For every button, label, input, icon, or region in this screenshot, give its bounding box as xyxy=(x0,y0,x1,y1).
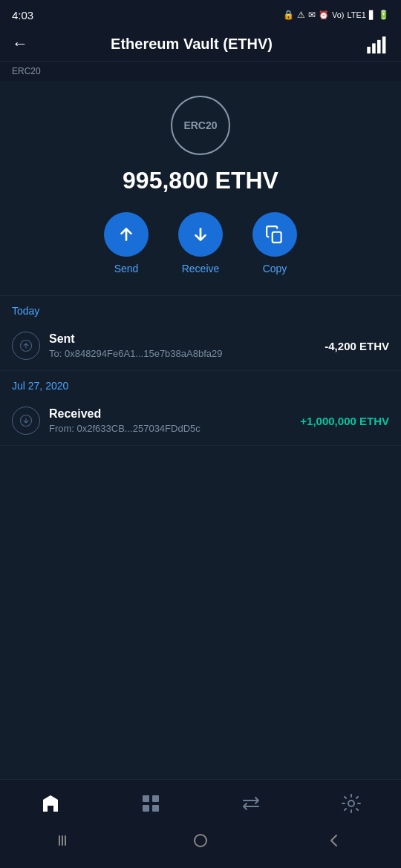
copy-button-container[interactable]: Copy xyxy=(252,212,297,274)
sent-amount: -4,200 ETHV xyxy=(325,340,389,352)
recent-apps-button[interactable] xyxy=(43,831,91,854)
svg-rect-7 xyxy=(143,795,149,802)
back-sys-button[interactable] xyxy=(310,829,358,856)
received-address: From: 0x2f633CB...257034FDdD5c xyxy=(49,423,300,434)
action-buttons: Send Receive Copy xyxy=(104,212,297,274)
sent-details: Sent To: 0x848294Fe6A1...15e7b38aA8bfa29 xyxy=(49,332,325,359)
sent-icon xyxy=(12,332,40,360)
svg-rect-3 xyxy=(382,36,386,53)
svg-rect-10 xyxy=(152,805,159,812)
sent-title: Sent xyxy=(49,332,325,346)
date-group-jul: Jul 27, 2020 xyxy=(0,371,401,396)
battery-icon: 🔋 xyxy=(378,10,389,20)
alert-icon: ⚠ xyxy=(297,10,305,20)
system-nav xyxy=(0,821,401,864)
transaction-sent[interactable]: Sent To: 0x848294Fe6A1...15e7b38aA8bfa29… xyxy=(0,321,401,371)
erc20-tag: ERC20 xyxy=(0,62,401,81)
copy-label: Copy xyxy=(263,263,287,274)
send-button-container[interactable]: Send xyxy=(104,212,149,274)
svg-rect-15 xyxy=(195,835,206,846)
send-label: Send xyxy=(114,263,139,274)
received-title: Received xyxy=(49,407,300,421)
home-button[interactable] xyxy=(177,829,224,856)
send-button[interactable] xyxy=(104,212,149,257)
svg-rect-8 xyxy=(152,795,159,802)
alarm-icon: ⏰ xyxy=(319,10,329,20)
balance-amount: 995,800 ETHV xyxy=(123,167,278,194)
top-nav: ← Ethereum Vault (ETHV) xyxy=(0,27,401,62)
nav-item-apps[interactable] xyxy=(128,790,173,817)
sent-address: To: 0x848294Fe6A1...15e7b38aA8bfa29 xyxy=(49,348,325,359)
status-time: 4:03 xyxy=(12,9,33,22)
vol-icon: Vo) xyxy=(332,10,345,19)
nav-item-settings[interactable] xyxy=(329,790,374,817)
date-group-today: Today xyxy=(0,296,401,321)
main-content: ERC20 995,800 ETHV Send xyxy=(0,81,401,779)
nav-item-transfer[interactable] xyxy=(229,790,273,817)
receive-button-container[interactable]: Receive xyxy=(178,212,223,274)
status-icons: 🔒 ⚠ ✉ ⏰ Vo) LTE1 ▋ 🔋 xyxy=(283,10,389,20)
email-icon: ✉ xyxy=(308,10,316,20)
copy-button[interactable] xyxy=(252,212,297,257)
chart-icon[interactable] xyxy=(365,35,389,53)
status-bar: 4:03 🔒 ⚠ ✉ ⏰ Vo) LTE1 ▋ 🔋 xyxy=(0,0,401,27)
svg-rect-1 xyxy=(372,43,376,53)
transaction-received[interactable]: Received From: 0x2f633CB...257034FDdD5c … xyxy=(0,396,401,446)
page-title: Ethereum Vault (ETHV) xyxy=(36,36,348,53)
received-details: Received From: 0x2f633CB...257034FDdD5c xyxy=(49,407,300,434)
svg-rect-14 xyxy=(65,835,66,846)
receive-button[interactable] xyxy=(178,212,223,257)
svg-rect-2 xyxy=(377,40,381,53)
lock-icon: 🔒 xyxy=(283,10,294,20)
received-amount: +1,000,000 ETHV xyxy=(300,415,389,427)
svg-rect-13 xyxy=(62,835,63,846)
receive-label: Receive xyxy=(182,263,220,274)
svg-rect-4 xyxy=(273,232,281,243)
token-circle: ERC20 xyxy=(171,96,230,155)
bottom-nav xyxy=(0,779,401,868)
transactions-section: Today Sent To: 0x848294Fe6A1...15e7b38aA… xyxy=(0,296,401,779)
back-button[interactable]: ← xyxy=(12,34,36,53)
svg-rect-9 xyxy=(143,805,149,812)
svg-rect-0 xyxy=(367,47,371,53)
lte-icon: LTE1 xyxy=(348,10,366,19)
svg-rect-12 xyxy=(59,835,60,846)
token-symbol: ERC20 xyxy=(183,119,217,131)
nav-item-wallet[interactable] xyxy=(28,790,73,817)
received-icon xyxy=(12,407,40,435)
signal-icon: ▋ xyxy=(369,10,375,20)
bottom-nav-items xyxy=(0,790,401,821)
balance-section: ERC20 995,800 ETHV Send xyxy=(0,81,401,296)
svg-point-11 xyxy=(348,800,354,806)
